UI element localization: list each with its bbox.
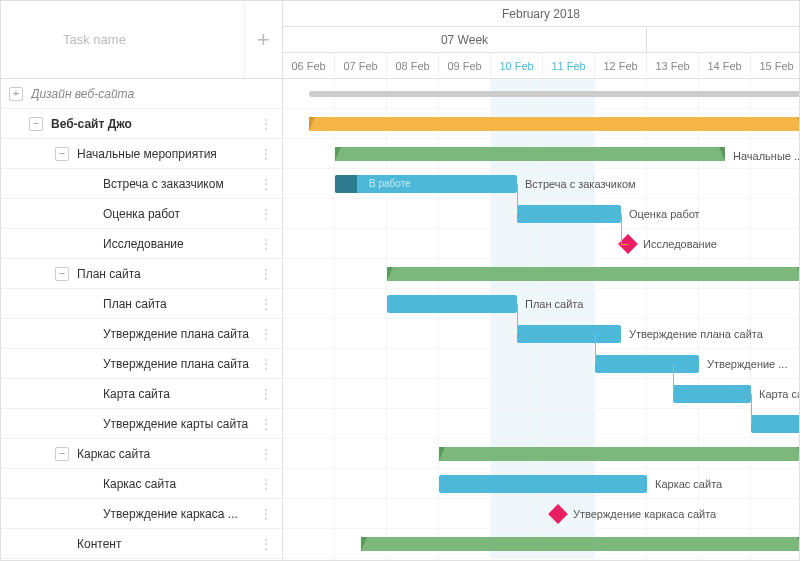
gantt-bar[interactable]: Каркас сайта: [439, 475, 647, 493]
timeline-day-cell: 11 Feb: [543, 53, 595, 79]
chart-row: [283, 439, 799, 469]
chart-row: План сайта: [283, 289, 799, 319]
bar-label: Каркас сайта: [655, 475, 722, 493]
more-icon[interactable]: ⋮: [255, 506, 276, 522]
timeline-month: February 2018: [283, 1, 799, 27]
task-row[interactable]: Карта сайта⋮: [1, 379, 282, 409]
dependency-link: [751, 394, 752, 424]
task-row[interactable]: Оценка работ⋮: [1, 199, 282, 229]
bar-label: Исследование: [643, 237, 717, 251]
chart-row: Утверждение плана сайта: [283, 319, 799, 349]
more-icon[interactable]: ⋮: [255, 296, 276, 312]
gantt-bar[interactable]: Оценка работ: [517, 205, 621, 223]
gantt-bar[interactable]: План сайта: [387, 295, 517, 313]
bar-label: Встреча с заказчиком: [525, 175, 636, 193]
gantt-bar[interactable]: Утверждение ...: [595, 355, 699, 373]
task-row[interactable]: −Веб-сайт Джо⋮: [1, 109, 282, 139]
task-row[interactable]: Встреча с заказчиком⋮: [1, 169, 282, 199]
more-icon[interactable]: ⋮: [255, 536, 276, 552]
timeline-day-cell: 08 Feb: [387, 53, 439, 79]
gantt-bar[interactable]: [751, 415, 799, 433]
more-icon[interactable]: ⋮: [255, 416, 276, 432]
bar-label: Оценка работ: [629, 205, 700, 223]
task-row[interactable]: Контент⋮: [1, 529, 282, 559]
more-icon[interactable]: ⋮: [255, 446, 276, 462]
collapse-icon[interactable]: −: [55, 447, 69, 461]
more-icon[interactable]: ⋮: [255, 146, 276, 162]
more-icon[interactable]: ⋮: [255, 206, 276, 222]
task-label: Утверждение карты сайта: [103, 417, 255, 431]
gantt-bar[interactable]: [309, 91, 799, 97]
more-icon[interactable]: ⋮: [255, 116, 276, 132]
gantt-chart: + +Дизайн веб-сайта−Веб-сайт Джо⋮−Началь…: [0, 0, 800, 561]
task-label: Дизайн веб-сайта: [31, 87, 276, 101]
gantt-bar[interactable]: [387, 267, 799, 281]
task-row[interactable]: План сайта⋮: [1, 289, 282, 319]
timeline-weeks: 07 Week08 Week: [283, 27, 799, 53]
timeline-panel: February 2018 07 Week08 Week 06 Feb07 Fe…: [283, 1, 799, 560]
chart-row: [283, 529, 799, 559]
task-row[interactable]: Исследование⋮: [1, 229, 282, 259]
task-label: Утверждение плана сайта: [103, 357, 255, 371]
task-row[interactable]: Утверждение каркаса ...⋮: [1, 499, 282, 529]
timeline-day-cell: 10 Feb: [491, 53, 543, 79]
gantt-bar[interactable]: Карта сайта: [673, 385, 751, 403]
progress-fill: [335, 175, 357, 193]
timeline-day-cell: 14 Feb: [699, 53, 751, 79]
bar-status: В работе: [369, 175, 411, 193]
task-row[interactable]: +Дизайн веб-сайта: [1, 79, 282, 109]
task-row[interactable]: −План сайта⋮: [1, 259, 282, 289]
milestone-marker[interactable]: [548, 504, 568, 524]
dependency-link: [621, 214, 622, 244]
timeline-header: February 2018 07 Week08 Week 06 Feb07 Fe…: [283, 1, 799, 79]
task-rows: +Дизайн веб-сайта−Веб-сайт Джо⋮−Начальны…: [1, 79, 282, 560]
more-icon[interactable]: ⋮: [255, 476, 276, 492]
task-row[interactable]: −Каркас сайта⋮: [1, 439, 282, 469]
more-icon[interactable]: ⋮: [255, 326, 276, 342]
task-row[interactable]: −Начальные мероприятия⋮: [1, 139, 282, 169]
collapse-icon[interactable]: −: [29, 117, 43, 131]
task-row[interactable]: Утверждение плана сайта⋮: [1, 349, 282, 379]
gantt-bar[interactable]: [361, 537, 799, 551]
task-label: Веб-сайт Джо: [51, 117, 255, 131]
dependency-link: [517, 304, 518, 334]
task-label: План сайта: [103, 297, 255, 311]
more-icon[interactable]: ⋮: [255, 176, 276, 192]
timeline-week-cell: 07 Week: [283, 27, 647, 52]
more-icon[interactable]: ⋮: [255, 356, 276, 372]
chart-row: Каркас сайта: [283, 469, 799, 499]
timeline-day-cell: 15 Feb: [751, 53, 799, 79]
gantt-bar[interactable]: В работеВстреча с заказчиком: [335, 175, 517, 193]
task-label: Утверждение плана сайта: [103, 327, 255, 341]
gantt-bar[interactable]: [439, 447, 799, 461]
task-label: Исследование: [103, 237, 255, 251]
task-row[interactable]: Каркас сайта⋮: [1, 469, 282, 499]
timeline-day-cell: 07 Feb: [335, 53, 387, 79]
more-icon[interactable]: ⋮: [255, 236, 276, 252]
gantt-bar[interactable]: Начальные ...: [335, 147, 725, 161]
bar-label: Утверждение плана сайта: [629, 325, 763, 343]
task-label: План сайта: [77, 267, 255, 281]
collapse-icon[interactable]: −: [55, 267, 69, 281]
task-row[interactable]: Утверждение карты сайта⋮: [1, 409, 282, 439]
bar-label: План сайта: [525, 295, 583, 313]
collapse-icon[interactable]: −: [55, 147, 69, 161]
dependency-link: [621, 244, 628, 245]
add-task-button[interactable]: +: [244, 1, 282, 79]
task-row[interactable]: Утверждение плана сайта⋮: [1, 319, 282, 349]
chart-row: Карта сайта: [283, 379, 799, 409]
timeline-day-cell: 12 Feb: [595, 53, 647, 79]
timeline-days: 06 Feb07 Feb08 Feb09 Feb10 Feb11 Feb12 F…: [283, 53, 799, 79]
chart-row: В работеВстреча с заказчиком: [283, 169, 799, 199]
chart-row: Утверждение ...: [283, 349, 799, 379]
chart-body[interactable]: Начальные ...В работеВстреча с заказчико…: [283, 79, 799, 559]
task-name-input[interactable]: [13, 32, 244, 47]
task-list-panel: + +Дизайн веб-сайта−Веб-сайт Джо⋮−Началь…: [1, 1, 283, 560]
chart-row: Начальные ...: [283, 139, 799, 169]
gantt-bar[interactable]: [309, 117, 799, 131]
more-icon[interactable]: ⋮: [255, 386, 276, 402]
gantt-bar[interactable]: Утверждение плана сайта: [517, 325, 621, 343]
more-icon[interactable]: ⋮: [255, 266, 276, 282]
expand-icon[interactable]: +: [9, 87, 23, 101]
task-list-header: +: [1, 1, 282, 79]
